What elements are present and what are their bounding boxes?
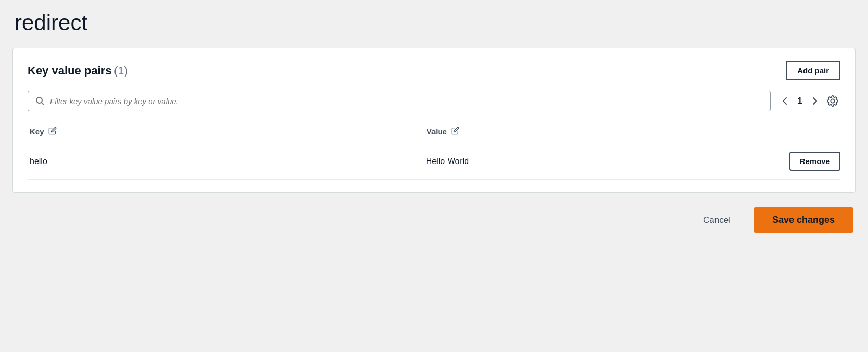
card-title-group: Key value pairs (1) (28, 64, 128, 78)
row-actions: Remove (757, 152, 840, 171)
save-changes-button[interactable]: Save changes (754, 207, 853, 233)
table-header: Key Value (28, 120, 840, 143)
row-key: hello (28, 157, 418, 166)
table-row: hello Hello World Remove (28, 143, 840, 180)
card-title: Key value pairs (28, 64, 111, 77)
card-count: (1) (114, 64, 128, 77)
next-page-button[interactable] (809, 95, 821, 107)
settings-icon-button[interactable] (825, 93, 840, 109)
search-input[interactable] (50, 97, 763, 106)
column-value-header: Value (418, 127, 757, 136)
prev-page-button[interactable] (779, 95, 790, 107)
add-pair-button[interactable]: Add pair (786, 61, 840, 80)
table-rows-container: hello Hello World Remove (28, 143, 840, 180)
page-footer: Cancel Save changes (12, 207, 856, 233)
page-title: redirect (12, 10, 856, 35)
value-edit-icon[interactable] (451, 127, 459, 136)
page-number: 1 (795, 96, 805, 106)
key-value-pairs-card: Key value pairs (1) Add pair 1 (12, 48, 856, 193)
key-edit-icon[interactable] (48, 127, 57, 136)
svg-line-1 (42, 103, 44, 105)
card-header: Key value pairs (1) Add pair (28, 61, 840, 80)
pagination-controls: 1 (779, 93, 840, 109)
search-container (28, 91, 771, 111)
row-value: Hello World (418, 157, 757, 166)
search-row: 1 (28, 91, 840, 111)
remove-button[interactable]: Remove (789, 152, 840, 171)
cancel-button[interactable]: Cancel (691, 209, 743, 232)
column-key-header: Key (28, 127, 418, 136)
search-icon (35, 96, 45, 106)
